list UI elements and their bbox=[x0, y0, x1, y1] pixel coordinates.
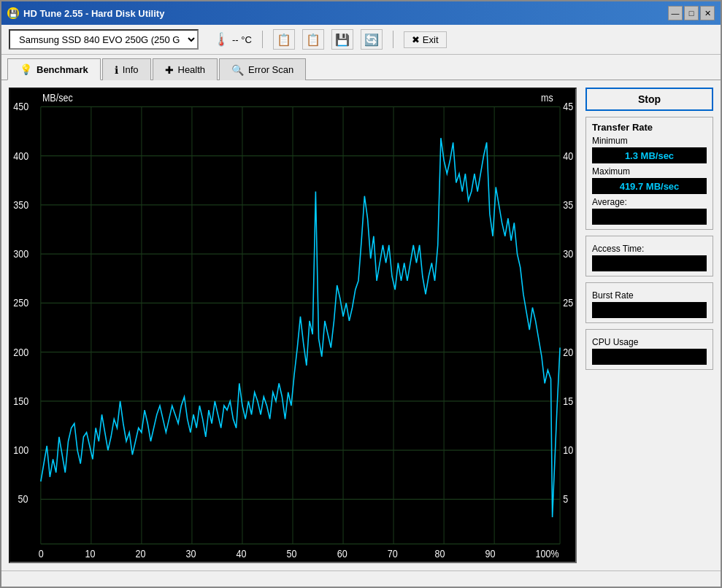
title-bar-buttons: — □ ✕ bbox=[668, 6, 715, 20]
svg-text:80: 80 bbox=[435, 548, 445, 560]
access-time-value bbox=[592, 255, 707, 271]
svg-text:50: 50 bbox=[18, 493, 28, 505]
benchmark-chart: 450 400 350 300 250 200 150 100 50 MB/se… bbox=[10, 89, 575, 562]
average-label: Average: bbox=[592, 197, 707, 207]
svg-text:15: 15 bbox=[563, 395, 573, 407]
svg-text:ms: ms bbox=[541, 92, 553, 104]
svg-text:100%: 100% bbox=[536, 548, 559, 560]
status-bar bbox=[1, 570, 721, 587]
svg-text:40: 40 bbox=[563, 150, 573, 162]
svg-text:250: 250 bbox=[13, 297, 28, 309]
tab-benchmark-label: Benchmark bbox=[37, 64, 88, 75]
svg-text:35: 35 bbox=[563, 199, 573, 211]
cpu-usage-label: CPU Usage bbox=[592, 337, 707, 347]
transfer-rate-title: Transfer Rate bbox=[592, 122, 707, 133]
temperature-display: 🌡️ -- °C bbox=[213, 31, 252, 47]
tab-health-label: Health bbox=[178, 64, 206, 75]
chart-area: 450 400 350 300 250 200 150 100 50 MB/se… bbox=[9, 88, 577, 563]
svg-text:10: 10 bbox=[85, 548, 96, 560]
burst-rate-label: Burst Rate bbox=[592, 290, 707, 301]
svg-text:20: 20 bbox=[563, 347, 573, 358]
tab-info-label: Info bbox=[123, 64, 139, 75]
burst-rate-group: Burst Rate bbox=[585, 282, 713, 323]
svg-text:10: 10 bbox=[563, 444, 573, 456]
save-button[interactable]: 💾 bbox=[331, 29, 353, 50]
svg-text:5: 5 bbox=[563, 493, 568, 505]
app-icon: 💾 bbox=[7, 7, 19, 19]
svg-text:20: 20 bbox=[136, 548, 146, 560]
svg-text:400: 400 bbox=[13, 150, 28, 162]
toolbar-divider-1 bbox=[262, 31, 263, 48]
minimum-label: Minimum bbox=[592, 136, 707, 146]
svg-text:350: 350 bbox=[13, 199, 28, 211]
svg-text:450: 450 bbox=[13, 101, 28, 112]
svg-text:0: 0 bbox=[39, 548, 44, 560]
svg-text:150: 150 bbox=[13, 395, 28, 407]
title-bar: 💾 HD Tune 2.55 - Hard Disk Utility — □ ✕ bbox=[1, 1, 721, 25]
benchmark-icon: 💡 bbox=[20, 63, 32, 75]
minimize-button[interactable]: — bbox=[668, 6, 683, 20]
svg-text:30: 30 bbox=[563, 248, 573, 260]
svg-text:90: 90 bbox=[485, 548, 496, 560]
toolbar: Samsung SSD 840 EVO 250G (250 GB) 🌡️ -- … bbox=[1, 25, 721, 55]
side-panel: Stop Transfer Rate Minimum 1.3 MB/sec Ma… bbox=[585, 88, 713, 563]
stop-button[interactable]: Stop bbox=[585, 88, 713, 111]
health-icon: ✚ bbox=[165, 64, 174, 76]
svg-text:25: 25 bbox=[563, 297, 573, 309]
exit-label: Exit bbox=[423, 34, 439, 45]
tab-benchmark[interactable]: 💡 Benchmark bbox=[7, 58, 101, 80]
svg-text:50: 50 bbox=[287, 548, 297, 560]
average-value bbox=[592, 209, 707, 225]
minimum-value: 1.3 MB/sec bbox=[592, 147, 707, 163]
maximum-value: 419.7 MB/sec bbox=[592, 178, 707, 194]
title-bar-left: 💾 HD Tune 2.55 - Hard Disk Utility bbox=[7, 7, 164, 19]
transfer-rate-group: Transfer Rate Minimum 1.3 MB/sec Maximum… bbox=[585, 117, 713, 230]
errorscan-icon: 🔍 bbox=[231, 64, 244, 76]
main-content: 450 400 350 300 250 200 150 100 50 MB/se… bbox=[1, 80, 721, 570]
access-time-label: Access Time: bbox=[592, 244, 707, 254]
access-time-group: Access Time: bbox=[585, 236, 713, 276]
cpu-usage-group: CPU Usage bbox=[585, 329, 713, 370]
tab-error-scan-label: Error Scan bbox=[248, 64, 293, 75]
info-icon: ℹ bbox=[115, 64, 118, 76]
svg-text:70: 70 bbox=[388, 548, 398, 560]
main-window: 💾 HD Tune 2.55 - Hard Disk Utility — □ ✕… bbox=[0, 0, 722, 588]
burst-rate-value bbox=[592, 302, 707, 318]
copy2-button[interactable]: 📋 bbox=[302, 29, 324, 50]
window-title: HD Tune 2.55 - Hard Disk Utility bbox=[23, 8, 164, 19]
svg-text:30: 30 bbox=[186, 548, 196, 560]
drive-select[interactable]: Samsung SSD 840 EVO 250G (250 GB) bbox=[9, 29, 199, 50]
close-button[interactable]: ✕ bbox=[700, 6, 715, 20]
refresh-button[interactable]: 🔄 bbox=[361, 29, 383, 50]
temperature-value: -- °C bbox=[232, 34, 252, 45]
svg-text:300: 300 bbox=[13, 248, 28, 260]
tab-info[interactable]: ℹ Info bbox=[102, 58, 151, 80]
toolbar-divider-2 bbox=[393, 31, 393, 48]
tab-health[interactable]: ✚ Health bbox=[153, 58, 218, 80]
svg-text:45: 45 bbox=[563, 101, 573, 112]
svg-text:MB/sec: MB/sec bbox=[42, 92, 73, 104]
thermometer-icon: 🌡️ bbox=[213, 31, 229, 47]
svg-text:200: 200 bbox=[13, 347, 28, 358]
tab-error-scan[interactable]: 🔍 Error Scan bbox=[219, 58, 306, 80]
maximize-button[interactable]: □ bbox=[684, 6, 699, 20]
exit-icon: ✖ bbox=[412, 34, 420, 45]
exit-button[interactable]: ✖ Exit bbox=[404, 31, 447, 48]
copy-button[interactable]: 📋 bbox=[273, 29, 295, 50]
maximum-label: Maximum bbox=[592, 166, 707, 177]
svg-text:60: 60 bbox=[337, 548, 347, 560]
cpu-usage-value bbox=[592, 349, 707, 365]
svg-text:100: 100 bbox=[13, 444, 28, 456]
svg-text:40: 40 bbox=[237, 548, 247, 560]
tabs: 💡 Benchmark ℹ Info ✚ Health 🔍 Error Scan bbox=[1, 55, 721, 80]
